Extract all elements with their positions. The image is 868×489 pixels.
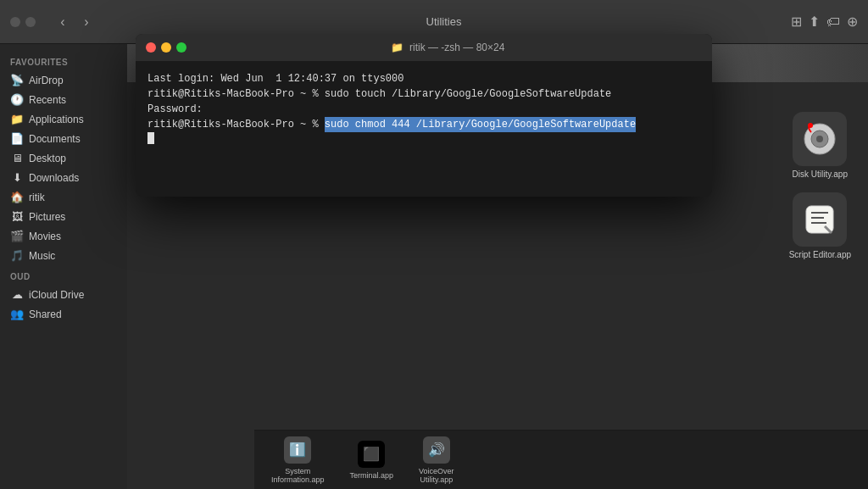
shared-icon: 👥 [10, 308, 24, 320]
sidebar-item-applications[interactable]: 📁 Applications [0, 109, 127, 129]
sidebar-label-music: Music [29, 250, 55, 262]
sidebar-item-pictures[interactable]: 🖼 Pictures [0, 207, 127, 226]
finder-close-button[interactable] [10, 17, 20, 27]
sidebar-item-documents[interactable]: 📄 Documents [0, 129, 127, 148]
terminal-minimize-button[interactable] [161, 42, 171, 53]
finder-title: Utilities [107, 15, 781, 28]
movies-icon: 🎬 [10, 230, 24, 242]
finder-traffic-lights [10, 17, 36, 27]
view-icon[interactable]: ⊞ [791, 14, 802, 30]
terminal-line-1: Last login: Wed Jun 1 12:40:37 on ttys00… [147, 71, 700, 86]
voiceover-icon: 🔊 [423, 436, 450, 464]
sidebar-label-recents: Recents [29, 94, 66, 106]
finder-minimize-button[interactable] [25, 17, 36, 27]
app-icons-column: Disk Utility.app Script Editor.app [789, 112, 851, 259]
finder-nav-buttons[interactable]: ‹ › [53, 12, 97, 32]
terminal-line-3: Password: [147, 102, 700, 117]
terminal-traffic-lights [146, 42, 186, 53]
desktop-icon: 🖥 [10, 152, 24, 164]
script-editor-icon [793, 192, 847, 247]
toolbar-actions: ⊞ ⬆ 🏷 ⊕ [791, 14, 858, 30]
share-icon[interactable]: ⬆ [809, 14, 820, 30]
recents-icon: 🕐 [10, 93, 24, 106]
sidebar-label-icloud: iCloud Drive [29, 289, 84, 301]
terminal-body[interactable]: Last login: Wed Jun 1 12:40:37 on ttys00… [136, 61, 712, 197]
terminal-line-2: ritik@Ritiks-MacBook-Pro ~ % sudo touch … [147, 86, 700, 102]
airdrop-icon: 📡 [10, 74, 24, 86]
terminal-prompt-4: ritik@Ritiks-MacBook-Pro ~ % [147, 117, 325, 132]
voiceover-app[interactable]: 🔊 VoiceOverUtility.app [419, 436, 454, 484]
sidebar-label-movies: Movies [29, 231, 61, 242]
voiceover-label: VoiceOverUtility.app [419, 467, 454, 484]
terminal-login-text: Last login: Wed Jun 1 12:40:37 on ttys00… [147, 71, 403, 86]
sidebar-label-downloads: Downloads [29, 172, 79, 184]
sidebar-item-icloud[interactable]: ☁ iCloud Drive [0, 285, 127, 304]
music-icon: 🎵 [10, 249, 24, 262]
sidebar-label-documents: Documents [29, 133, 81, 145]
applications-icon: 📁 [10, 113, 24, 125]
sidebar-item-shared[interactable]: 👥 Shared [0, 304, 127, 324]
terminal-label: Terminal.app [350, 471, 394, 480]
script-editor-label: Script Editor.app [789, 250, 851, 259]
sidebar-label-pictures: Pictures [29, 211, 65, 223]
disk-utility-icon [793, 112, 847, 166]
terminal-cmd-2: sudo touch /Library/Google/GoogleSoftwar… [325, 86, 611, 102]
sidebar-item-ritik[interactable]: 🏠 ritik [0, 187, 127, 207]
disk-utility-label: Disk Utility.app [793, 169, 848, 179]
terminal-cursor [147, 132, 154, 144]
sidebar-section-favorites: Favourites [0, 51, 127, 70]
terminal-window: 📁 ritik — -zsh — 80×24 Last login: Wed J… [136, 34, 712, 197]
sidebar-item-recents[interactable]: 🕐 Recents [0, 90, 127, 109]
script-editor-icon-item[interactable]: Script Editor.app [789, 192, 851, 259]
system-info-icon: ℹ️ [284, 436, 311, 464]
terminal-cmd-highlighted: sudo chmod 444 /Library/Google/GoogleSof… [325, 117, 636, 132]
sidebar-item-music[interactable]: 🎵 Music [0, 246, 127, 265]
terminal-line-4: ritik@Ritiks-MacBook-Pro ~ % sudo chmod … [147, 117, 700, 132]
terminal-icon: ⬛ [358, 441, 385, 468]
terminal-prompt-2: ritik@Ritiks-MacBook-Pro ~ % [147, 86, 325, 102]
system-info-label: SystemInformation.app [271, 467, 325, 484]
tag-icon[interactable]: 🏷 [826, 14, 840, 30]
sidebar-item-desktop[interactable]: 🖥 Desktop [0, 148, 127, 168]
downloads-icon: ⬇ [10, 171, 24, 184]
sidebar-label-airdrop: AirDrop [29, 75, 64, 86]
disk-utility-icon-item[interactable]: Disk Utility.app [793, 112, 848, 179]
bottom-apps-bar: ℹ️ SystemInformation.app ⬛ Terminal.app … [254, 430, 868, 489]
svg-point-2 [816, 136, 823, 142]
sidebar-label-ritik: ritik [29, 192, 45, 203]
terminal-app[interactable]: ⬛ Terminal.app [350, 441, 394, 480]
back-button[interactable]: ‹ [53, 12, 73, 32]
terminal-close-button[interactable] [146, 42, 156, 53]
terminal-titlebar: 📁 ritik — -zsh — 80×24 [136, 34, 712, 61]
terminal-maximize-button[interactable] [176, 42, 186, 53]
sidebar-item-airdrop[interactable]: 📡 AirDrop [0, 70, 127, 90]
terminal-password-text: Password: [147, 102, 203, 117]
documents-icon: 📄 [10, 132, 24, 145]
home-icon: 🏠 [10, 191, 24, 203]
sidebar-item-movies[interactable]: 🎬 Movies [0, 226, 127, 246]
sidebar-section-cloud: oud [0, 265, 127, 285]
terminal-line-5 [147, 132, 700, 144]
terminal-title: 📁 ritik — -zsh — 80×24 [193, 42, 702, 53]
sidebar: Favourites 📡 AirDrop 🕐 Recents 📁 Applica… [0, 44, 127, 489]
sidebar-label-desktop: Desktop [29, 153, 66, 164]
sidebar-label-shared: Shared [29, 308, 62, 320]
sidebar-label-applications: Applications [29, 114, 84, 125]
icloud-icon: ☁ [10, 288, 24, 301]
forward-button[interactable]: › [76, 12, 97, 32]
more-icon[interactable]: ⊕ [847, 14, 858, 30]
sidebar-item-downloads[interactable]: ⬇ Downloads [0, 168, 127, 187]
pictures-icon: 🖼 [10, 210, 24, 223]
system-info-app[interactable]: ℹ️ SystemInformation.app [271, 436, 325, 484]
svg-point-3 [808, 123, 813, 128]
terminal-folder-icon: 📁 [391, 42, 403, 53]
